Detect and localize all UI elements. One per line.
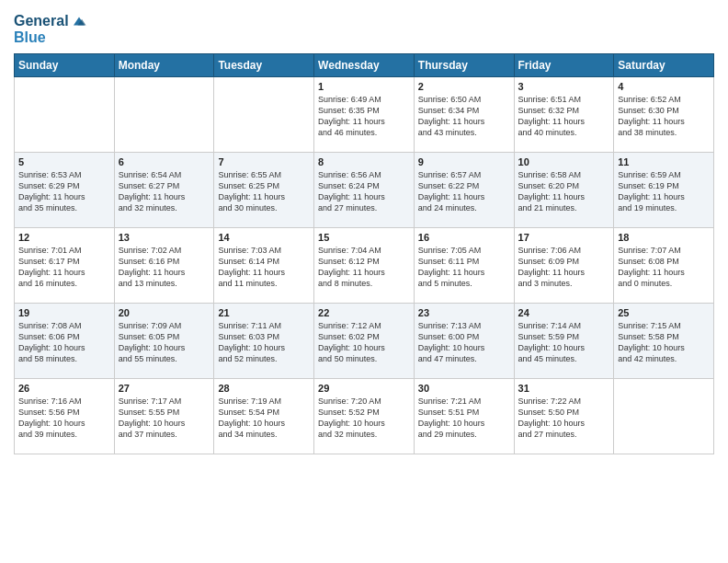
day-content: Sunrise: 7:16 AM Sunset: 5:56 PM Dayligh… [18, 396, 110, 441]
calendar-week-row: 26Sunrise: 7:16 AM Sunset: 5:56 PM Dayli… [15, 378, 714, 454]
day-content: Sunrise: 7:08 AM Sunset: 6:06 PM Dayligh… [18, 320, 110, 365]
table-row: 20Sunrise: 7:09 AM Sunset: 6:05 PM Dayli… [114, 303, 214, 378]
day-number: 12 [18, 232, 110, 243]
day-number: 19 [18, 307, 110, 318]
calendar-header-row: Sunday Monday Tuesday Wednesday Thursday… [15, 53, 714, 76]
day-number: 22 [318, 307, 410, 318]
day-content: Sunrise: 7:02 AM Sunset: 6:16 PM Dayligh… [119, 245, 210, 290]
day-content: Sunrise: 6:56 AM Sunset: 6:24 PM Dayligh… [318, 169, 410, 214]
day-content: Sunrise: 6:55 AM Sunset: 6:25 PM Dayligh… [218, 169, 310, 214]
day-number: 20 [119, 307, 210, 318]
day-number: 15 [318, 232, 410, 243]
day-content: Sunrise: 7:21 AM Sunset: 5:51 PM Dayligh… [418, 396, 510, 441]
table-row: 7Sunrise: 6:55 AM Sunset: 6:25 PM Daylig… [214, 152, 314, 227]
day-content: Sunrise: 7:03 AM Sunset: 6:14 PM Dayligh… [218, 245, 310, 290]
day-content: Sunrise: 7:09 AM Sunset: 6:05 PM Dayligh… [119, 320, 210, 365]
day-number: 2 [418, 81, 510, 92]
calendar-table: Sunday Monday Tuesday Wednesday Thursday… [14, 53, 714, 454]
table-row: 26Sunrise: 7:16 AM Sunset: 5:56 PM Dayli… [15, 378, 115, 454]
col-tuesday: Tuesday [214, 53, 314, 76]
day-content: Sunrise: 7:13 AM Sunset: 6:00 PM Dayligh… [418, 320, 510, 365]
logo-icon [71, 13, 87, 29]
day-number: 8 [318, 156, 410, 167]
day-content: Sunrise: 7:20 AM Sunset: 5:52 PM Dayligh… [318, 396, 410, 441]
day-number: 30 [418, 383, 510, 394]
table-row: 30Sunrise: 7:21 AM Sunset: 5:51 PM Dayli… [414, 378, 514, 454]
logo-text-blue: Blue [14, 29, 87, 46]
day-number: 5 [18, 156, 110, 167]
table-row: 21Sunrise: 7:11 AM Sunset: 6:03 PM Dayli… [214, 303, 314, 378]
table-row [214, 76, 314, 152]
table-row: 6Sunrise: 6:54 AM Sunset: 6:27 PM Daylig… [114, 152, 214, 227]
table-row: 18Sunrise: 7:07 AM Sunset: 6:08 PM Dayli… [614, 227, 714, 303]
table-row: 27Sunrise: 7:17 AM Sunset: 5:55 PM Dayli… [114, 378, 214, 454]
col-sunday: Sunday [15, 53, 115, 76]
table-row: 5Sunrise: 6:53 AM Sunset: 6:29 PM Daylig… [15, 152, 115, 227]
col-thursday: Thursday [414, 53, 514, 76]
logo-text-general: General [14, 13, 69, 29]
day-number: 7 [218, 156, 310, 167]
table-row: 13Sunrise: 7:02 AM Sunset: 6:16 PM Dayli… [114, 227, 214, 303]
day-content: Sunrise: 7:06 AM Sunset: 6:09 PM Dayligh… [518, 245, 610, 290]
table-row: 1Sunrise: 6:49 AM Sunset: 6:35 PM Daylig… [314, 76, 415, 152]
table-row: 19Sunrise: 7:08 AM Sunset: 6:06 PM Dayli… [15, 303, 115, 378]
day-number: 31 [518, 383, 610, 394]
day-content: Sunrise: 7:19 AM Sunset: 5:54 PM Dayligh… [218, 396, 310, 441]
day-number: 18 [618, 232, 710, 243]
day-number: 29 [318, 383, 410, 394]
day-number: 13 [119, 232, 210, 243]
day-number: 9 [418, 156, 510, 167]
table-row: 28Sunrise: 7:19 AM Sunset: 5:54 PM Dayli… [214, 378, 314, 454]
day-content: Sunrise: 6:53 AM Sunset: 6:29 PM Dayligh… [18, 169, 110, 214]
calendar-week-row: 19Sunrise: 7:08 AM Sunset: 6:06 PM Dayli… [15, 303, 714, 378]
day-content: Sunrise: 6:59 AM Sunset: 6:19 PM Dayligh… [618, 169, 710, 214]
table-row: 22Sunrise: 7:12 AM Sunset: 6:02 PM Dayli… [314, 303, 415, 378]
table-row [15, 76, 115, 152]
table-row: 11Sunrise: 6:59 AM Sunset: 6:19 PM Dayli… [614, 152, 714, 227]
table-row: 31Sunrise: 7:22 AM Sunset: 5:50 PM Dayli… [514, 378, 614, 454]
table-row: 4Sunrise: 6:52 AM Sunset: 6:30 PM Daylig… [614, 76, 714, 152]
day-content: Sunrise: 7:14 AM Sunset: 5:59 PM Dayligh… [518, 320, 610, 365]
day-content: Sunrise: 6:51 AM Sunset: 6:32 PM Dayligh… [518, 94, 610, 139]
day-content: Sunrise: 6:49 AM Sunset: 6:35 PM Dayligh… [318, 94, 410, 139]
table-row: 24Sunrise: 7:14 AM Sunset: 5:59 PM Dayli… [514, 303, 614, 378]
table-row [114, 76, 214, 152]
table-row: 8Sunrise: 6:56 AM Sunset: 6:24 PM Daylig… [314, 152, 415, 227]
day-number: 16 [418, 232, 510, 243]
day-content: Sunrise: 6:54 AM Sunset: 6:27 PM Dayligh… [119, 169, 210, 214]
table-row: 17Sunrise: 7:06 AM Sunset: 6:09 PM Dayli… [514, 227, 614, 303]
col-friday: Friday [514, 53, 614, 76]
day-number: 24 [518, 307, 610, 318]
table-row: 12Sunrise: 7:01 AM Sunset: 6:17 PM Dayli… [15, 227, 115, 303]
day-number: 27 [119, 383, 210, 394]
day-number: 14 [218, 232, 310, 243]
col-monday: Monday [114, 53, 214, 76]
day-content: Sunrise: 7:07 AM Sunset: 6:08 PM Dayligh… [618, 245, 710, 290]
day-content: Sunrise: 6:52 AM Sunset: 6:30 PM Dayligh… [618, 94, 710, 139]
day-number: 25 [618, 307, 710, 318]
day-number: 17 [518, 232, 610, 243]
day-number: 10 [518, 156, 610, 167]
day-content: Sunrise: 7:05 AM Sunset: 6:11 PM Dayligh… [418, 245, 510, 290]
day-content: Sunrise: 7:12 AM Sunset: 6:02 PM Dayligh… [318, 320, 410, 365]
day-number: 23 [418, 307, 510, 318]
day-content: Sunrise: 6:57 AM Sunset: 6:22 PM Dayligh… [418, 169, 510, 214]
table-row: 23Sunrise: 7:13 AM Sunset: 6:00 PM Dayli… [414, 303, 514, 378]
day-content: Sunrise: 7:17 AM Sunset: 5:55 PM Dayligh… [119, 396, 210, 441]
table-row: 9Sunrise: 6:57 AM Sunset: 6:22 PM Daylig… [414, 152, 514, 227]
day-content: Sunrise: 7:01 AM Sunset: 6:17 PM Dayligh… [18, 245, 110, 290]
col-wednesday: Wednesday [314, 53, 415, 76]
table-row: 10Sunrise: 6:58 AM Sunset: 6:20 PM Dayli… [514, 152, 614, 227]
col-saturday: Saturday [614, 53, 714, 76]
day-content: Sunrise: 7:04 AM Sunset: 6:12 PM Dayligh… [318, 245, 410, 290]
day-number: 6 [119, 156, 210, 167]
table-row: 25Sunrise: 7:15 AM Sunset: 5:58 PM Dayli… [614, 303, 714, 378]
day-content: Sunrise: 7:22 AM Sunset: 5:50 PM Dayligh… [518, 396, 610, 441]
table-row: 16Sunrise: 7:05 AM Sunset: 6:11 PM Dayli… [414, 227, 514, 303]
table-row: 15Sunrise: 7:04 AM Sunset: 6:12 PM Dayli… [314, 227, 415, 303]
day-number: 26 [18, 383, 110, 394]
day-number: 1 [318, 81, 410, 92]
table-row: 2Sunrise: 6:50 AM Sunset: 6:34 PM Daylig… [414, 76, 514, 152]
calendar-week-row: 5Sunrise: 6:53 AM Sunset: 6:29 PM Daylig… [15, 152, 714, 227]
day-content: Sunrise: 7:11 AM Sunset: 6:03 PM Dayligh… [218, 320, 310, 365]
